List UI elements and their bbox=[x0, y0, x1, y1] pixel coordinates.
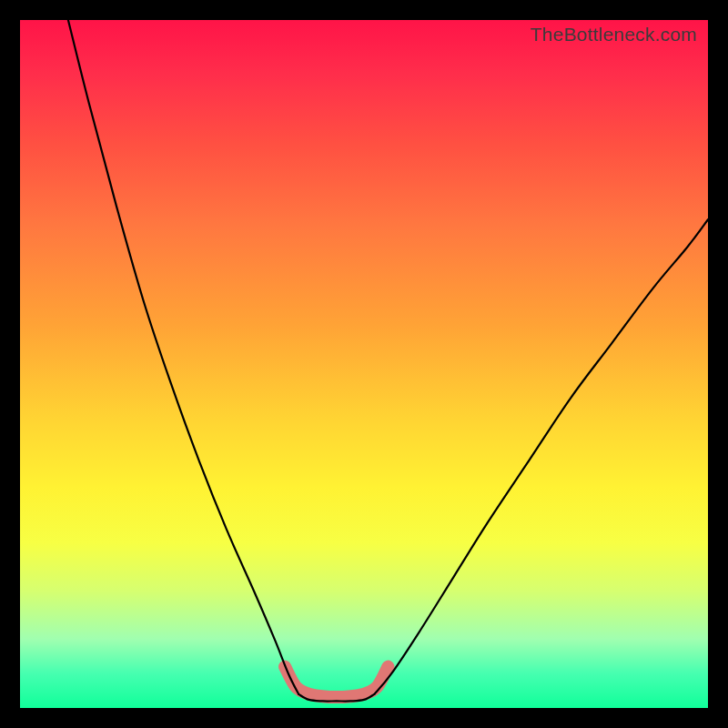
highlight-band-path bbox=[285, 667, 388, 697]
curve-layer bbox=[20, 20, 708, 708]
chart-frame: TheBottleneck.com bbox=[0, 0, 728, 728]
plot-area: TheBottleneck.com bbox=[20, 20, 708, 708]
left-curve-path bbox=[68, 20, 298, 694]
right-curve-path bbox=[374, 219, 708, 694]
